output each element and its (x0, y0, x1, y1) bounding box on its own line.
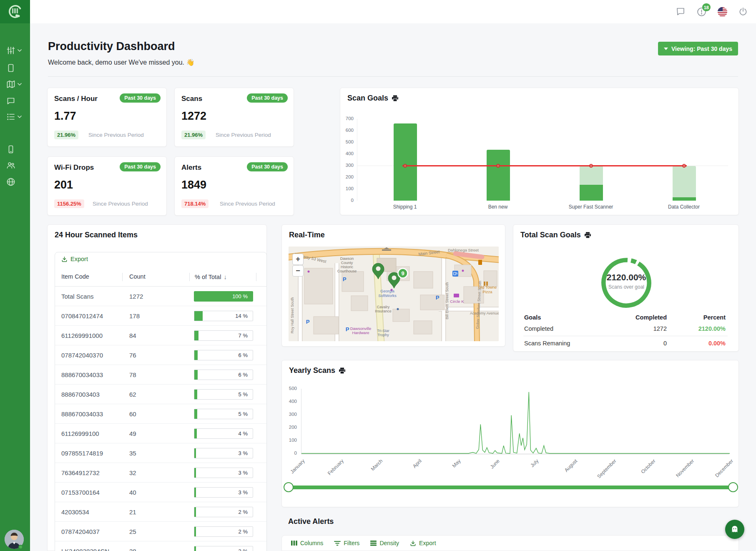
chat-icon[interactable] (675, 6, 686, 17)
filters-button[interactable]: Filters (334, 540, 359, 546)
table-row[interactable]: 76364912732323 % (55, 463, 266, 483)
goal-bar[interactable] (673, 197, 696, 201)
alerts-bell-icon[interactable]: 18 (696, 6, 707, 17)
goal-line-marker (589, 164, 593, 168)
map-icon (6, 79, 16, 89)
sidebar-item-settings[interactable] (6, 45, 24, 56)
svg-text:Courthouse: Courthouse (337, 269, 357, 273)
density-button[interactable]: Density (370, 540, 399, 546)
export-button[interactable]: Export (61, 256, 88, 262)
yearly-scans-card: Yearly Scans 5004003002001000 JanuaryFeb… (281, 360, 739, 507)
sidebar-item-users[interactable] (6, 160, 24, 171)
y-tick: 500 (340, 139, 354, 144)
range-slider-handle-right[interactable] (728, 482, 738, 492)
table-row[interactable]: 61126999100494 % (55, 424, 266, 443)
total-scan-goals-title: Total Scan Goals (520, 231, 581, 239)
columns-button[interactable]: Columns (291, 540, 323, 546)
chevron-down-icon (18, 83, 22, 86)
y-tick: 300 (284, 412, 297, 417)
item-code: 097855174819 (61, 450, 103, 457)
table-row[interactable]: 07153700164403 % (55, 483, 266, 502)
filter-icon (334, 540, 341, 546)
viewing-period-dropdown[interactable]: Viewing: Past 30 days (658, 42, 738, 55)
goals-row-completed: 0 (621, 340, 667, 347)
goals-col-header: Completed (621, 314, 667, 321)
sidebar-item-phone[interactable] (6, 144, 24, 155)
table-row[interactable]: 888670034033786 % (55, 365, 266, 385)
svg-text:Circle K: Circle K (450, 299, 464, 304)
table-row[interactable]: Total Scans1272100 % (55, 287, 266, 306)
table-row[interactable]: 078742040370766 % (55, 345, 266, 365)
item-count: 1272 (129, 293, 143, 300)
sidebar-item-web[interactable] (6, 176, 24, 187)
col-header-pct[interactable]: % of Total↓ (195, 273, 227, 280)
realtime-map[interactable]: PPPP Highway 53 West Main Street Dahlone… (289, 247, 499, 341)
table-row[interactable]: 42030534212 % (55, 502, 266, 522)
logout-power-icon[interactable] (738, 6, 748, 17)
item-code: 42030534 (61, 508, 89, 516)
print-icon[interactable] (392, 95, 399, 102)
pct-bar: 2 % (194, 546, 253, 551)
sidebar-item-messages[interactable] (6, 96, 24, 106)
goal-bar[interactable] (394, 123, 417, 201)
language-flag-icon[interactable] (717, 6, 728, 17)
table-row[interactable]: 611269991000847 % (55, 326, 266, 345)
y-tick: 400 (340, 151, 354, 156)
map-zoom-in-button[interactable]: + (292, 254, 304, 265)
stat-value: 1.77 (54, 110, 76, 123)
table-row[interactable]: 07084701247417814 % (55, 306, 266, 326)
yearly-plot (301, 389, 729, 454)
sidebar-item-devices[interactable] (6, 63, 24, 73)
svg-text:Cavalry: Cavalry (377, 305, 390, 309)
topbar-actions: 18 (675, 0, 748, 23)
pct-bar: 6 % (194, 350, 253, 360)
feedback-fab-button[interactable] (725, 520, 744, 539)
col-header-count[interactable]: Count (129, 273, 146, 280)
table-row[interactable]: LK340838294CN282 % (55, 541, 266, 551)
col-header-item-code[interactable]: Item Code (61, 273, 89, 280)
table-row[interactable]: 097855174819353 % (55, 443, 266, 463)
app-logo[interactable] (0, 0, 30, 23)
goal-bar[interactable] (487, 150, 510, 201)
app-root: 18 (0, 0, 756, 551)
period-pill: Past 30 days (247, 162, 288, 171)
pct-bar: 2 % (194, 526, 253, 537)
tablet-icon (6, 63, 16, 73)
svg-text:SoftWorks: SoftWorks (378, 293, 397, 298)
map-zoom-out-button[interactable]: − (292, 265, 304, 277)
table-row[interactable]: 07874204037252 % (55, 522, 266, 541)
donut-value: 2120.00% (575, 272, 678, 282)
print-icon[interactable] (339, 367, 346, 374)
item-code: Total Scans (61, 293, 94, 300)
donut-caption: Scans over goal (575, 284, 678, 290)
item-code: 611269991000 (61, 332, 103, 339)
y-tick: 500 (284, 386, 297, 391)
goal-line-marker (682, 164, 686, 168)
y-tick: 400 (284, 399, 297, 404)
sidebar-item-maps[interactable] (6, 79, 24, 90)
list-icon (6, 112, 16, 122)
item-count: 49 (129, 430, 136, 437)
sidebar-item-lists[interactable] (6, 111, 24, 122)
goal-line-marker (496, 164, 500, 168)
alerts-export-button[interactable]: Export (410, 540, 436, 546)
export-label: Export (70, 256, 88, 262)
active-alerts-title: Active Alerts (288, 517, 334, 526)
range-slider-track[interactable] (288, 486, 733, 489)
svg-text:P: P (343, 276, 347, 282)
goal-bar[interactable] (580, 185, 603, 201)
alerts-toolbar: Columns Filters Density Export (281, 535, 739, 551)
print-icon[interactable] (584, 232, 591, 239)
item-count: 21 (129, 508, 136, 516)
sidebar-nav (0, 23, 30, 551)
month-label: September (596, 458, 617, 479)
table-row[interactable]: 88867003403625 % (55, 385, 266, 404)
svg-text:Tri-Star: Tri-Star (377, 329, 389, 333)
table-row[interactable]: 888670034033605 % (55, 404, 266, 424)
pct-bar: 3 % (194, 448, 253, 458)
range-slider-handle-left[interactable] (284, 482, 294, 492)
item-count: 32 (129, 469, 136, 476)
realtime-card: Real-Time (281, 224, 505, 347)
y-tick: 0 (284, 450, 297, 455)
scanned-items-title: 24 Hour Scanned Items (55, 231, 138, 239)
